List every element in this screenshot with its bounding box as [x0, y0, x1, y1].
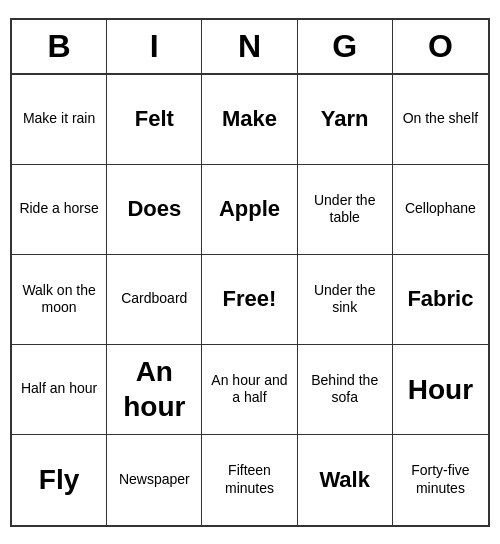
bingo-cell-14[interactable]: Fabric: [393, 255, 488, 345]
bingo-cell-9[interactable]: Cellophane: [393, 165, 488, 255]
bingo-cell-12[interactable]: Free!: [202, 255, 297, 345]
bingo-cell-8[interactable]: Under the table: [298, 165, 393, 255]
bingo-cell-21[interactable]: Newspaper: [107, 435, 202, 525]
header-letter-O: O: [393, 20, 488, 73]
bingo-cell-6[interactable]: Does: [107, 165, 202, 255]
bingo-cell-22[interactable]: Fifteen minutes: [202, 435, 297, 525]
bingo-cell-7[interactable]: Apple: [202, 165, 297, 255]
bingo-header: BINGO: [12, 20, 488, 75]
bingo-card: BINGO Make it rainFeltMakeYarnOn the she…: [10, 18, 490, 527]
bingo-cell-23[interactable]: Walk: [298, 435, 393, 525]
bingo-cell-15[interactable]: Half an hour: [12, 345, 107, 435]
bingo-grid: Make it rainFeltMakeYarnOn the shelfRide…: [12, 75, 488, 525]
bingo-cell-19[interactable]: Hour: [393, 345, 488, 435]
header-letter-I: I: [107, 20, 202, 73]
bingo-cell-3[interactable]: Yarn: [298, 75, 393, 165]
bingo-cell-11[interactable]: Cardboard: [107, 255, 202, 345]
bingo-cell-13[interactable]: Under the sink: [298, 255, 393, 345]
bingo-cell-5[interactable]: Ride a horse: [12, 165, 107, 255]
bingo-cell-0[interactable]: Make it rain: [12, 75, 107, 165]
bingo-cell-16[interactable]: An hour: [107, 345, 202, 435]
bingo-cell-18[interactable]: Behind the sofa: [298, 345, 393, 435]
bingo-cell-17[interactable]: An hour and a half: [202, 345, 297, 435]
header-letter-N: N: [202, 20, 297, 73]
bingo-cell-4[interactable]: On the shelf: [393, 75, 488, 165]
bingo-cell-20[interactable]: Fly: [12, 435, 107, 525]
bingo-cell-1[interactable]: Felt: [107, 75, 202, 165]
bingo-cell-10[interactable]: Walk on the moon: [12, 255, 107, 345]
header-letter-G: G: [298, 20, 393, 73]
header-letter-B: B: [12, 20, 107, 73]
bingo-cell-2[interactable]: Make: [202, 75, 297, 165]
bingo-cell-24[interactable]: Forty-five minutes: [393, 435, 488, 525]
